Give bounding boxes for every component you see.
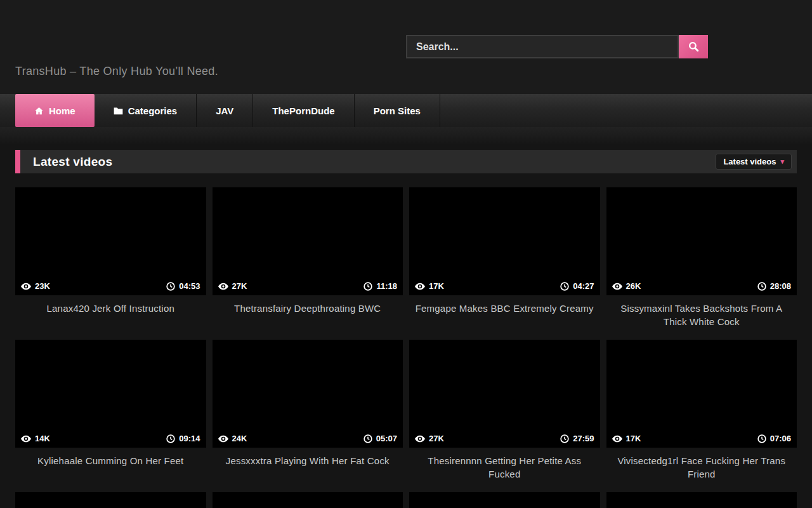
view-count: 26K	[626, 281, 641, 291]
duration: 28:08	[770, 281, 791, 291]
video-thumbnail[interactable]: 27K 27:59	[409, 340, 600, 448]
video-thumbnail[interactable]: 26K 28:08	[606, 187, 797, 295]
clock-icon	[560, 282, 569, 291]
video-stats: 27K 11:18	[213, 277, 403, 295]
nav-tab-label: ThePornDude	[272, 105, 334, 116]
video-thumbnail[interactable]: 17K 07:06	[606, 340, 797, 448]
eye-icon	[415, 435, 425, 443]
video-stats: 24K 05:07	[213, 429, 403, 448]
video-stats: 23K 04:53	[15, 277, 206, 295]
main-nav: Home Categories JAV ThePornDude Porn Sit…	[0, 94, 812, 127]
section-title: Latest videos	[33, 155, 112, 169]
clock-icon	[166, 434, 175, 443]
video-title[interactable]: Sissymaxinl Takes Backshots From A Thick…	[606, 295, 797, 340]
view-count: 24K	[232, 434, 247, 443]
video-thumbnail[interactable]	[409, 492, 600, 508]
duration: 11:18	[376, 281, 397, 291]
duration: 04:27	[573, 281, 594, 291]
video-thumbnail[interactable]: 14K 09:14	[15, 340, 206, 448]
video-card[interactable]: 23K 04:53 Lanax420 Jerk Off Instruction	[15, 187, 206, 340]
search-bar	[406, 35, 708, 58]
video-grid: 23K 04:53 Lanax420 Jerk Off Instruction …	[15, 187, 797, 492]
search-input[interactable]	[406, 35, 679, 58]
eye-icon	[21, 283, 31, 290]
nav-tab-home[interactable]: Home	[15, 94, 95, 127]
video-thumbnail[interactable]: 27K 11:18	[213, 187, 403, 295]
video-card[interactable]: 27K 11:18 Thetransfairy Deepthroating BW…	[213, 187, 403, 340]
video-thumbnail[interactable]: 17K 04:27	[409, 187, 600, 295]
clock-icon	[363, 434, 372, 443]
section-header: Latest videos Latest videos ▾	[15, 150, 797, 173]
video-card[interactable]: 26K 28:08 Sissymaxinl Takes Backshots Fr…	[606, 187, 797, 340]
nav-tab-label: Porn Sites	[374, 105, 421, 116]
nav-tab-jav[interactable]: JAV	[197, 94, 253, 127]
nav-tab-categories[interactable]: Categories	[95, 94, 197, 127]
clock-icon	[757, 282, 766, 291]
video-card[interactable]: 14K 09:14 Kyliehaale Cumming On Her Feet	[15, 340, 206, 492]
video-title[interactable]: Lanax420 Jerk Off Instruction	[15, 295, 206, 340]
sort-dropdown-label: Latest videos	[723, 157, 776, 166]
duration: 04:53	[179, 281, 200, 291]
video-thumbnail[interactable]	[606, 492, 797, 508]
eye-icon	[21, 435, 31, 443]
folder-icon	[114, 107, 123, 115]
video-card[interactable]: 17K 04:27 Femgape Makes BBC Extremely Cr…	[409, 187, 600, 340]
video-stats: 17K 04:27	[409, 277, 600, 295]
eye-icon	[218, 283, 228, 290]
view-count: 17K	[626, 434, 641, 443]
clock-icon	[166, 282, 175, 291]
search-icon	[688, 41, 700, 53]
duration: 07:06	[770, 434, 791, 443]
video-title[interactable]: Vivisectedg1rl Face Fucking Her Trans Fr…	[606, 448, 797, 492]
video-thumbnail[interactable]	[15, 492, 206, 508]
video-card[interactable]: 27K 27:59 Thesirennnn Getting Her Petite…	[409, 340, 600, 492]
nav-shadow	[0, 127, 812, 145]
video-title[interactable]: Jessxxxtra Playing With Her Fat Cock	[213, 448, 403, 492]
chevron-down-icon: ▾	[780, 158, 784, 165]
video-stats: 17K 07:06	[606, 429, 797, 448]
clock-icon	[757, 434, 766, 443]
video-card[interactable]: 17K 07:06 Vivisectedg1rl Face Fucking He…	[606, 340, 797, 492]
nav-tab-porn-sites[interactable]: Porn Sites	[355, 94, 440, 127]
sort-dropdown[interactable]: Latest videos ▾	[716, 154, 792, 170]
video-thumbnail[interactable]: 24K 05:07	[213, 340, 403, 448]
eye-icon	[612, 283, 622, 290]
video-title[interactable]: Femgape Makes BBC Extremely Creamy	[409, 295, 600, 340]
home-icon	[34, 106, 44, 116]
video-thumbnail[interactable]: 23K 04:53	[15, 187, 206, 295]
view-count: 27K	[429, 434, 444, 443]
duration: 09:14	[179, 434, 200, 443]
eye-icon	[218, 435, 228, 443]
nav-tab-label: Categories	[128, 105, 178, 116]
site-header: TransHub – The Only Hub You’ll Need.	[0, 0, 812, 94]
search-button[interactable]	[679, 35, 708, 58]
view-count: 17K	[429, 281, 444, 291]
site-tagline: TransHub – The Only Hub You’ll Need.	[15, 65, 218, 78]
video-stats: 14K 09:14	[15, 429, 206, 448]
video-thumbnail[interactable]	[213, 492, 403, 508]
clock-icon	[363, 282, 372, 291]
video-grid-partial-row	[15, 492, 797, 508]
video-stats: 27K 27:59	[409, 429, 600, 448]
view-count: 14K	[35, 434, 50, 443]
eye-icon	[415, 283, 425, 290]
video-title[interactable]: Thetransfairy Deepthroating BWC	[213, 295, 403, 340]
duration: 05:07	[376, 434, 397, 443]
nav-tab-theporndude[interactable]: ThePornDude	[253, 94, 354, 127]
video-card[interactable]: 24K 05:07 Jessxxxtra Playing With Her Fa…	[213, 340, 403, 492]
view-count: 27K	[232, 281, 247, 291]
nav-tab-label: JAV	[216, 105, 233, 116]
clock-icon	[560, 434, 569, 443]
eye-icon	[612, 435, 622, 443]
nav-tab-label: Home	[49, 105, 75, 116]
video-title[interactable]: Kyliehaale Cumming On Her Feet	[15, 448, 206, 492]
duration: 27:59	[573, 434, 594, 443]
view-count: 23K	[35, 281, 50, 291]
video-title[interactable]: Thesirennnn Getting Her Petite Ass Fucke…	[409, 448, 600, 492]
video-stats: 26K 28:08	[606, 277, 797, 295]
